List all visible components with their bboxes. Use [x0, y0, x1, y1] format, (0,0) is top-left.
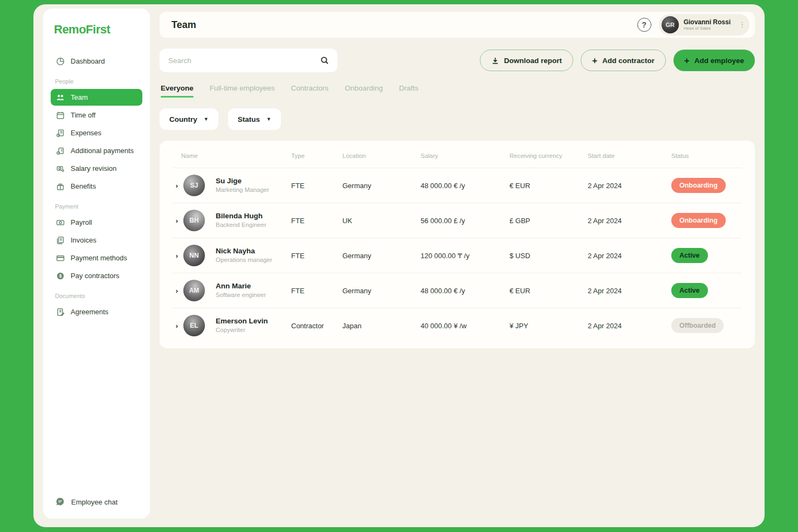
main-content: Team ? GR Giovanni Rossi Head of Sales ⋮ — [160, 4, 755, 527]
salary-revision-icon — [56, 164, 65, 173]
start-date-cell: 2 Apr 2024 — [588, 217, 671, 225]
chevron-right-icon[interactable]: › — [173, 287, 181, 295]
status-cell: Onboarding — [671, 178, 742, 193]
name-cell: Bilenda Hugh Backend Engineer — [216, 211, 291, 230]
currency-cell: $ USD — [510, 252, 588, 260]
sidebar-item-employee-chat[interactable]: Employee chat — [51, 494, 142, 510]
chevron-right-icon[interactable]: › — [173, 322, 181, 330]
salary-cell: 120 000.00 ₸ /y — [421, 252, 510, 260]
tab-everyone[interactable]: Everyone — [161, 84, 194, 98]
sidebar-item-label: Dashboard — [71, 57, 105, 65]
column-header-currency: Receiving currency — [510, 153, 588, 159]
name-cell: Emerson Levin Copywriter — [216, 316, 291, 335]
employee-name: Nick Nayha — [216, 246, 291, 256]
sidebar-item-label: Invoices — [71, 236, 97, 244]
status-cell: Onboarding — [671, 213, 742, 228]
sidebar-item-invoices[interactable]: Invoices — [51, 232, 142, 248]
calendar-icon — [56, 110, 65, 120]
section-label-payment: Payment — [55, 203, 138, 210]
add-employee-button[interactable]: + Add employee — [673, 50, 755, 71]
credit-card-icon — [56, 253, 65, 262]
country-filter[interactable]: Country ▼ — [160, 108, 218, 130]
kebab-menu-icon[interactable]: ⋮ — [739, 24, 744, 26]
table-row[interactable]: › NN Nick Nayha Operations manager FTE G… — [173, 238, 742, 273]
sidebar-item-team[interactable]: Team — [51, 89, 142, 106]
add-employee-label: Add employee — [694, 57, 744, 65]
status-cell: Offboarded — [671, 318, 742, 333]
start-date-cell: 2 Apr 2024 — [588, 322, 671, 330]
salary-cell: 56 000.00 £ /y — [421, 217, 510, 225]
chevron-right-icon[interactable]: › — [173, 182, 181, 190]
status-cell: Active — [671, 283, 742, 298]
avatar-cell: EL — [183, 315, 216, 336]
tab-contractors[interactable]: Contractors — [291, 84, 329, 98]
avatar-cell: AM — [183, 280, 216, 301]
salary-cell: 48 000.00 € /y — [421, 182, 510, 190]
sidebar-item-pay-contractors[interactable]: $ Pay contractors — [51, 267, 142, 284]
plus-icon: + — [684, 56, 690, 65]
status-filter[interactable]: Status ▼ — [228, 108, 281, 130]
tab-drafts[interactable]: Drafts — [399, 84, 418, 98]
start-date-cell: 2 Apr 2024 — [588, 252, 671, 260]
avatar: BH — [183, 210, 205, 231]
question-mark-icon: ? — [642, 20, 646, 29]
chat-icon — [56, 497, 65, 507]
user-menu[interactable]: GR Giovanni Rossi Head of Sales ⋮ — [659, 14, 749, 36]
search-icon[interactable] — [320, 56, 329, 65]
download-icon — [491, 57, 499, 65]
expenses-icon — [56, 128, 65, 137]
column-header-name: Name — [173, 153, 291, 159]
column-header-type: Type — [291, 153, 342, 159]
plus-icon: + — [592, 56, 597, 65]
filter-bar: Country ▼ Status ▼ — [160, 108, 755, 130]
download-report-button[interactable]: Download report — [480, 50, 573, 71]
sidebar-item-label: Team — [71, 93, 88, 101]
help-button[interactable]: ? — [637, 18, 651, 32]
name-cell: Ann Marie Software engineer — [216, 281, 291, 300]
search-box[interactable] — [160, 49, 338, 72]
table-row[interactable]: › SJ Su Jige Marketing Manager FTE Germa… — [173, 168, 742, 203]
gift-icon — [56, 182, 65, 191]
type-cell: FTE — [291, 217, 342, 225]
toolbar: Download report + Add contractor + Add e… — [160, 49, 755, 72]
sidebar-item-agreements[interactable]: Agreements — [51, 303, 142, 320]
sidebar-item-additional-payments[interactable]: Additional payments — [51, 142, 142, 159]
chevron-right-icon[interactable]: › — [173, 217, 181, 225]
start-date-cell: 2 Apr 2024 — [588, 182, 671, 190]
name-cell: Nick Nayha Operations manager — [216, 246, 291, 265]
section-label-people: People — [55, 78, 138, 85]
status-cell: Active — [671, 248, 742, 263]
chevron-right-icon[interactable]: › — [173, 252, 181, 260]
type-cell: FTE — [291, 182, 342, 190]
banknote-icon — [56, 218, 65, 227]
sidebar-item-benefits[interactable]: Benefits — [51, 178, 142, 195]
start-date-cell: 2 Apr 2024 — [588, 287, 671, 295]
sidebar-item-dashboard[interactable]: Dashboard — [51, 53, 142, 70]
tab-bar: Everyone Full-time employees Contractors… — [160, 84, 755, 98]
tab-full-time-employees[interactable]: Full-time employees — [210, 84, 275, 98]
location-cell: Germany — [342, 252, 421, 260]
add-contractor-button[interactable]: + Add contractor — [581, 50, 666, 71]
sidebar-item-payment-methods[interactable]: Payment methods — [51, 250, 142, 266]
avatar-cell: NN — [183, 245, 216, 266]
chevron-down-icon: ▼ — [266, 116, 271, 122]
sidebar-item-label: Additional payments — [71, 147, 134, 155]
currency-cell: € EUR — [510, 287, 588, 295]
app-window: RemoFirst Dashboard People Team Time off — [33, 4, 765, 527]
sidebar-item-label: Pay contractors — [71, 272, 119, 280]
status-badge: Onboarding — [671, 178, 726, 193]
sidebar-item-salary-revision[interactable]: Salary revision — [51, 160, 142, 177]
tab-onboarding[interactable]: Onboarding — [345, 84, 383, 98]
table-row[interactable]: › EL Emerson Levin Copywriter Contractor… — [173, 308, 742, 343]
avatar-cell: SJ — [183, 175, 216, 196]
sidebar-item-expenses[interactable]: Expenses — [51, 125, 142, 141]
table-row[interactable]: › BH Bilenda Hugh Backend Engineer FTE U… — [173, 203, 742, 238]
team-table: Name Type Location Salary Receiving curr… — [160, 141, 755, 348]
employee-role: Backend Engineer — [216, 221, 291, 230]
sidebar-item-payroll[interactable]: Payroll — [51, 214, 142, 231]
currency-cell: ¥ JPY — [510, 322, 588, 330]
sidebar-nav: Dashboard People Team Time off Expenses — [51, 53, 142, 494]
table-row[interactable]: › AM Ann Marie Software engineer FTE Ger… — [173, 273, 742, 308]
search-input[interactable] — [168, 57, 315, 65]
sidebar-item-time-off[interactable]: Time off — [51, 107, 142, 123]
